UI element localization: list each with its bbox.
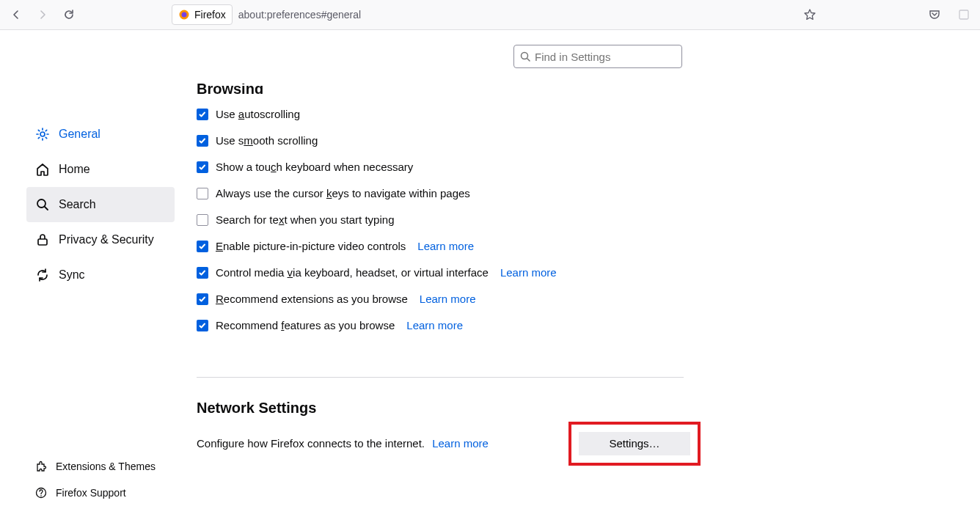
checkbox-label[interactable]: Show a touch keyboard when necessary <box>216 161 413 173</box>
checkbox[interactable] <box>197 161 208 173</box>
find-in-settings[interactable] <box>513 45 682 68</box>
browsing-heading: Browsing <box>197 84 684 94</box>
preferences-main: Browsing Use autoscrollingUse smooth scr… <box>197 30 980 528</box>
sidebar-nav: General Home Search Privacy & Security <box>26 117 175 293</box>
content-area: Browsing Use autoscrollingUse smooth scr… <box>197 86 684 450</box>
sidebar-item-label: Sync <box>59 268 85 282</box>
sidebar-item-sync[interactable]: Sync <box>26 257 175 293</box>
checkbox-row: Search for text when you start typing <box>197 213 684 226</box>
sidebar-area: General Home Search Privacy & Security <box>0 30 197 528</box>
checkbox-row: Recommend features as you browseLearn mo… <box>197 319 684 331</box>
identity-pill[interactable]: Firefox <box>172 4 233 25</box>
checkbox[interactable] <box>197 320 208 331</box>
checkbox-row: Always use the cursor keys to navigate w… <box>197 187 684 199</box>
puzzle-icon <box>35 461 47 472</box>
sidebar-bottom-links: Extensions & Themes Firefox Support <box>35 461 156 499</box>
bottom-link-label: Firefox Support <box>56 487 126 499</box>
sidebar-item-privacy[interactable]: Privacy & Security <box>26 222 175 257</box>
checkbox-label[interactable]: Enable picture-in-picture video controls <box>216 240 406 252</box>
sidebar-item-label: Privacy & Security <box>59 233 154 246</box>
svg-point-4 <box>37 199 45 208</box>
svg-point-8 <box>522 53 528 59</box>
bookmark-star-icon[interactable] <box>800 4 820 25</box>
learn-more-link[interactable]: Learn more <box>406 319 463 331</box>
sidebar-item-search[interactable]: Search <box>26 187 175 222</box>
network-settings-heading: Network Settings <box>197 400 684 417</box>
browser-toolbar: Firefox about:preferences#general <box>0 0 980 30</box>
checkbox[interactable] <box>197 267 208 279</box>
app-menu-icon[interactable] <box>954 4 974 25</box>
checkbox-label[interactable]: Recommend features as you browse <box>216 319 395 331</box>
svg-point-1 <box>182 12 187 18</box>
preferences-page: General Home Search Privacy & Security <box>0 30 980 528</box>
find-in-settings-input[interactable] <box>535 51 676 63</box>
learn-more-link[interactable]: Learn more <box>432 437 489 450</box>
settings-button-highlight: Settings… <box>568 422 701 466</box>
learn-more-link[interactable]: Learn more <box>420 293 476 305</box>
checkbox-row: Use autoscrolling <box>197 108 684 120</box>
learn-more-link[interactable]: Learn more <box>417 240 474 252</box>
checkbox-row: Use smooth scrolling <box>197 134 684 147</box>
svg-point-3 <box>40 132 45 136</box>
sidebar-item-label: General <box>59 128 100 141</box>
checkbox[interactable] <box>197 135 208 147</box>
checkbox-row: Show a touch keyboard when necessary <box>197 161 684 173</box>
sidebar-item-general[interactable]: General <box>26 117 175 152</box>
network-settings-desc: Configure how Firefox connects to the in… <box>197 437 489 450</box>
sync-icon <box>35 268 50 282</box>
checkbox-row: Enable picture-in-picture video controls… <box>197 240 684 252</box>
checkbox[interactable] <box>197 214 208 226</box>
sidebar-item-label: Search <box>59 198 96 211</box>
sidebar-item-home[interactable]: Home <box>26 152 175 187</box>
checkbox[interactable] <box>197 109 208 120</box>
checkbox-label[interactable]: Recommend extensions as you browse <box>216 293 408 305</box>
svg-rect-2 <box>959 10 968 19</box>
help-icon <box>35 487 47 499</box>
back-button[interactable] <box>6 4 26 25</box>
checkbox-row: Recommend extensions as you browseLearn … <box>197 293 684 305</box>
checkbox-label[interactable]: Always use the cursor keys to navigate w… <box>216 187 470 199</box>
firefox-icon <box>178 9 190 21</box>
url-text: about:preferences#general <box>238 9 361 21</box>
link-extensions-themes[interactable]: Extensions & Themes <box>35 461 156 472</box>
search-icon <box>35 197 50 212</box>
home-icon <box>35 162 50 177</box>
network-settings-button[interactable]: Settings… <box>579 432 690 455</box>
browsing-checkbox-list: Use autoscrollingUse smooth scrollingSho… <box>197 108 684 331</box>
pocket-icon[interactable] <box>924 4 945 25</box>
svg-rect-5 <box>38 239 47 245</box>
reload-button[interactable] <box>59 4 79 25</box>
bottom-link-label: Extensions & Themes <box>56 461 156 472</box>
forward-button[interactable] <box>32 4 53 25</box>
search-icon <box>520 51 530 62</box>
checkbox-label[interactable]: Use smooth scrolling <box>216 134 318 147</box>
network-settings-row: Configure how Firefox connects to the in… <box>197 437 684 450</box>
identity-label: Firefox <box>194 9 226 21</box>
checkbox-label[interactable]: Control media via keyboard, headset, or … <box>216 266 489 279</box>
sidebar-item-label: Home <box>59 163 90 176</box>
section-divider <box>197 377 684 378</box>
learn-more-link[interactable]: Learn more <box>500 266 557 279</box>
link-firefox-support[interactable]: Firefox Support <box>35 487 156 499</box>
checkbox[interactable] <box>197 293 208 305</box>
address-bar[interactable]: Firefox about:preferences#general <box>166 3 794 26</box>
checkbox-label[interactable]: Use autoscrolling <box>216 108 300 120</box>
checkbox-row: Control media via keyboard, headset, or … <box>197 266 684 279</box>
checkbox[interactable] <box>197 188 208 199</box>
lock-icon <box>35 232 50 247</box>
checkbox-label[interactable]: Search for text when you start typing <box>216 213 394 226</box>
gear-icon <box>35 127 50 142</box>
checkbox[interactable] <box>197 241 208 252</box>
svg-point-7 <box>40 495 42 496</box>
